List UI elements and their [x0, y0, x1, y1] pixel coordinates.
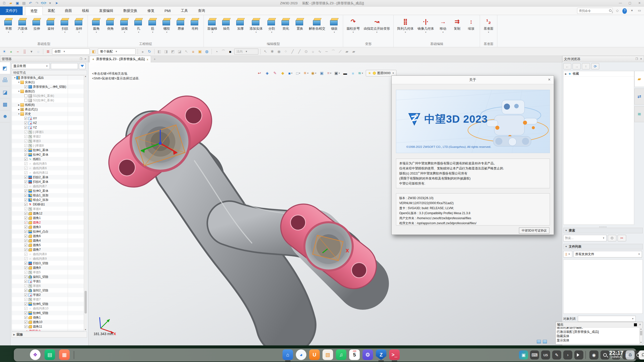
- tab-close-icon[interactable]: x: [147, 58, 148, 61]
- image-viewer-icon[interactable]: ▧: [323, 349, 333, 360]
- checkbox[interactable]: ✓: [24, 185, 27, 188]
- surface-b-icon[interactable]: ▰: [351, 49, 356, 54]
- expander-icon[interactable]: ▼: [13, 77, 16, 79]
- system-monitor-icon[interactable]: ◉: [589, 350, 598, 359]
- keyboard-icon[interactable]: ⌨: [530, 350, 539, 359]
- tree-row[interactable]: ✓∩曲线列表8: [12, 252, 87, 256]
- expander-icon[interactable]: ▶: [17, 108, 20, 111]
- menu-tab-曲面[interactable]: 曲面: [60, 7, 77, 15]
- music-icon[interactable]: ♫: [336, 349, 346, 360]
- tree-row[interactable]: ✓∩曲线列表6: [12, 166, 87, 170]
- pin-line-icon[interactable]: ⟋: [337, 49, 343, 54]
- ribbon-button-添加实体[interactable]: 添加实体▾: [248, 16, 265, 41]
- tree-row[interactable]: ✓∩曲线列表10: [12, 306, 87, 311]
- checkbox[interactable]: ✓: [24, 135, 27, 138]
- ribbon-button-移动[interactable]: →移动▾: [436, 16, 450, 41]
- tree-row[interactable]: ✓✎草图7: [12, 297, 87, 302]
- checkbox[interactable]: ✓: [24, 253, 27, 256]
- checkbox[interactable]: ✓: [24, 153, 27, 156]
- circle-icon[interactable]: ○: [310, 49, 316, 54]
- checkbox[interactable]: ✓: [24, 293, 27, 296]
- back-icon[interactable]: ←: [563, 63, 571, 69]
- search-icon[interactable]: [609, 9, 612, 12]
- ribbon-button-放样[interactable]: 放样▾: [72, 16, 86, 41]
- clock[interactable]: 22:17 2023/1/5: [608, 350, 625, 359]
- add-icon[interactable]: +: [8, 49, 14, 54]
- tree-row[interactable]: S1(拉伸1_基体): [12, 94, 87, 98]
- tree-row[interactable]: ✓拉伸4_凸台: [12, 229, 87, 234]
- ruler-icon[interactable]: ⌗▼: [327, 70, 332, 76]
- command-search[interactable]: [577, 8, 613, 14]
- checkbox[interactable]: ✓: [24, 307, 27, 310]
- checkbox[interactable]: ✓: [24, 230, 27, 233]
- tree-row[interactable]: ✓XY: [12, 116, 87, 121]
- file-search-input[interactable]: 搜索... ▼: [563, 235, 607, 241]
- tree-row[interactable]: ✓拉伸1_基体: [12, 148, 87, 152]
- visualize-tab-icon[interactable]: ◪: [0, 86, 10, 98]
- search-section-header[interactable]: ▼搜索: [563, 228, 643, 233]
- tree-row[interactable]: ✓✎草图2: [12, 134, 87, 139]
- output-color-icon[interactable]: [634, 323, 637, 326]
- lasso-icon[interactable]: ◌: [35, 49, 41, 54]
- rotate-swirl-icon[interactable]: ↻: [147, 49, 152, 54]
- ribbon-button-缩放[interactable]: ↕缩放: [464, 16, 478, 41]
- tree-row[interactable]: ✓圆角5: [12, 243, 87, 247]
- manager-tab-icon[interactable]: ◩: [0, 62, 10, 74]
- globe-icon[interactable]: ◍: [204, 49, 210, 54]
- layer-stack-icon[interactable]: ≡: [190, 49, 196, 54]
- assembly-tree-tab-icon[interactable]: 品: [0, 74, 10, 86]
- checkbox[interactable]: ✓: [24, 316, 27, 319]
- tree-row[interactable]: ✓YZ: [12, 125, 87, 130]
- checkbox[interactable]: ✓: [24, 130, 27, 133]
- file-menu-button[interactable]: 文件(F): [0, 7, 23, 15]
- tree-row[interactable]: ✓✎草图6: [12, 284, 87, 288]
- tree-row[interactable]: ✓∩曲线列表9: [12, 256, 87, 261]
- ribbon-button-阵列几何体[interactable]: ⣿阵列几何体▾: [395, 16, 416, 41]
- tree-row[interactable]: ✓异形管接头_…伸6_切除): [12, 84, 87, 89]
- ribbon-button-置换[interactable]: 置换: [293, 16, 307, 41]
- view-plane-icon[interactable]: ◈: [264, 70, 270, 76]
- license-agreement-button[interactable]: 中望3D许可证协议: [519, 228, 549, 234]
- menu-tab-数据交换[interactable]: 数据交换: [118, 7, 142, 15]
- file-list-section-header[interactable]: ▼文件列表: [563, 244, 643, 249]
- tree-row[interactable]: ▼实体(1): [12, 80, 87, 84]
- view-wheel-icon[interactable]: ✳▼: [303, 70, 309, 76]
- ribbon-button-简化[interactable]: 简化: [279, 16, 293, 41]
- align-right-icon[interactable]: ◨: [163, 49, 169, 54]
- tree-row[interactable]: ✓平面2: [12, 293, 87, 297]
- tree-row[interactable]: ✓扫掠4_基体: [12, 179, 87, 184]
- ribbon-button-螺纹[interactable]: 螺纹▾: [160, 16, 174, 41]
- tree-row[interactable]: ✓扫掠2_基体: [12, 175, 87, 179]
- hook-icon[interactable]: ⌒: [221, 49, 226, 54]
- checkbox[interactable]: ✓: [24, 275, 27, 278]
- tree-row[interactable]: ▼历史: [12, 112, 87, 116]
- checkbox[interactable]: ✓: [24, 266, 27, 269]
- menu-tab-造型[interactable]: 造型: [25, 7, 43, 15]
- background-black-icon[interactable]: ▬: [342, 70, 348, 76]
- pick-cursor-icon[interactable]: ↖: [184, 49, 189, 54]
- file-type-filter[interactable]: 所有支持文件 ▼: [574, 251, 642, 257]
- ribbon-button-草图[interactable]: 草图▾: [2, 16, 16, 41]
- checkbox[interactable]: ✓: [24, 189, 27, 192]
- checkbox[interactable]: ✓: [24, 248, 27, 251]
- view-mode-button[interactable]: ⣿▼: [563, 251, 572, 257]
- menu-tab-PMI[interactable]: PMI: [159, 7, 176, 15]
- compass-icon[interactable]: ◔: [214, 49, 219, 54]
- ribbon-button-圆柱折弯[interactable]: ↷圆柱折弯▾: [345, 16, 362, 41]
- circle-center-icon[interactable]: ⊙: [303, 49, 309, 54]
- maximize-button[interactable]: ▢: [627, 1, 633, 6]
- expander-icon[interactable]: ▼: [17, 113, 20, 115]
- ribbon-button-扫掠[interactable]: 扫掠▾: [58, 16, 72, 41]
- ribbon-button-筋[interactable]: 筋▾: [146, 16, 160, 41]
- checkbox[interactable]: ✓: [24, 325, 27, 328]
- ribbon-button-镜像几何体[interactable]: ·|·镜像几何体▾: [416, 16, 436, 41]
- tree-row[interactable]: ✓XZ: [12, 121, 87, 125]
- checkbox[interactable]: ✓: [24, 117, 27, 120]
- align-center-icon[interactable]: ◪: [177, 49, 182, 54]
- wave-icon[interactable]: ∼: [324, 49, 329, 54]
- tree-row[interactable]: ✓✎草图3: [12, 139, 87, 143]
- new-tab-button[interactable]: +: [151, 56, 158, 62]
- chevron-icon[interactable]: ›: [563, 350, 572, 359]
- tree-row[interactable]: ✓组合1_添加: [12, 193, 87, 198]
- tree-row[interactable]: ✓拉伸2_基体: [12, 152, 87, 157]
